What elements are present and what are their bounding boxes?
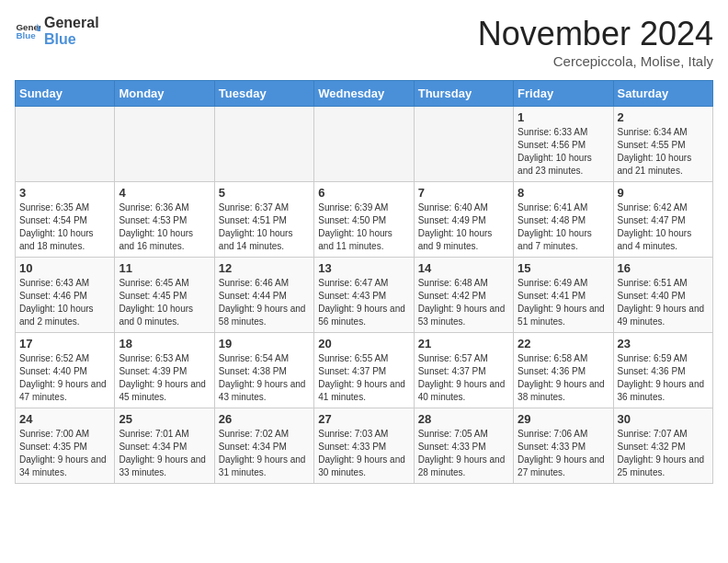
day-cell: 30Sunrise: 7:07 AM Sunset: 4:32 PM Dayli…	[613, 408, 712, 484]
day-number: 29	[518, 412, 609, 426]
day-info: Sunrise: 6:45 AM Sunset: 4:45 PM Dayligh…	[119, 277, 210, 328]
day-number: 5	[219, 186, 310, 200]
day-info: Sunrise: 6:35 AM Sunset: 4:54 PM Dayligh…	[19, 201, 110, 253]
day-info: Sunrise: 7:00 AM Sunset: 4:35 PM Dayligh…	[19, 428, 110, 479]
day-cell	[214, 107, 313, 182]
day-info: Sunrise: 6:48 AM Sunset: 4:42 PM Dayligh…	[418, 277, 509, 328]
day-info: Sunrise: 6:52 AM Sunset: 4:40 PM Dayligh…	[19, 352, 110, 404]
day-number: 8	[518, 186, 609, 200]
day-cell: 29Sunrise: 7:06 AM Sunset: 4:33 PM Dayli…	[514, 408, 613, 484]
day-number: 14	[418, 261, 509, 275]
week-row-5: 24Sunrise: 7:00 AM Sunset: 4:35 PM Dayli…	[16, 408, 713, 484]
day-info: Sunrise: 6:42 AM Sunset: 4:47 PM Dayligh…	[618, 201, 709, 253]
day-cell: 27Sunrise: 7:03 AM Sunset: 4:33 PM Dayli…	[314, 408, 414, 484]
weekday-header-tuesday: Tuesday	[214, 81, 313, 107]
day-cell: 1Sunrise: 6:33 AM Sunset: 4:56 PM Daylig…	[514, 107, 613, 182]
day-info: Sunrise: 7:06 AM Sunset: 4:33 PM Dayligh…	[518, 428, 609, 479]
day-number: 13	[318, 261, 409, 275]
day-number: 3	[19, 186, 110, 200]
day-cell: 3Sunrise: 6:35 AM Sunset: 4:54 PM Daylig…	[16, 182, 115, 258]
day-info: Sunrise: 6:49 AM Sunset: 4:41 PM Dayligh…	[518, 277, 609, 328]
day-number: 18	[119, 337, 210, 350]
day-number: 25	[119, 412, 210, 426]
calendar-table: SundayMondayTuesdayWednesdayThursdayFrid…	[15, 80, 713, 484]
day-cell: 25Sunrise: 7:01 AM Sunset: 4:34 PM Dayli…	[115, 408, 214, 484]
day-cell: 19Sunrise: 6:54 AM Sunset: 4:38 PM Dayli…	[214, 333, 313, 408]
logo-icon: General Blue	[15, 18, 40, 44]
weekday-header-friday: Friday	[514, 81, 613, 107]
day-cell: 18Sunrise: 6:53 AM Sunset: 4:39 PM Dayli…	[115, 333, 214, 408]
day-info: Sunrise: 6:43 AM Sunset: 4:46 PM Dayligh…	[19, 277, 110, 328]
day-info: Sunrise: 6:46 AM Sunset: 4:44 PM Dayligh…	[219, 277, 310, 328]
day-cell	[115, 107, 214, 182]
location: Cercepiccola, Molise, Italy	[478, 53, 713, 69]
logo: General Blue General Blue	[15, 15, 99, 47]
week-row-3: 10Sunrise: 6:43 AM Sunset: 4:46 PM Dayli…	[16, 258, 713, 333]
day-info: Sunrise: 7:01 AM Sunset: 4:34 PM Dayligh…	[119, 428, 210, 479]
day-number: 10	[19, 261, 110, 275]
day-cell	[314, 107, 414, 182]
day-number: 4	[119, 186, 210, 200]
day-cell: 4Sunrise: 6:36 AM Sunset: 4:53 PM Daylig…	[115, 182, 214, 258]
day-info: Sunrise: 6:34 AM Sunset: 4:55 PM Dayligh…	[618, 126, 709, 178]
day-info: Sunrise: 7:07 AM Sunset: 4:32 PM Dayligh…	[618, 428, 709, 479]
day-info: Sunrise: 6:53 AM Sunset: 4:39 PM Dayligh…	[119, 352, 210, 404]
day-cell: 10Sunrise: 6:43 AM Sunset: 4:46 PM Dayli…	[16, 258, 115, 333]
day-number: 19	[219, 337, 310, 350]
day-number: 15	[518, 261, 609, 275]
day-info: Sunrise: 6:39 AM Sunset: 4:50 PM Dayligh…	[318, 201, 409, 253]
day-cell: 24Sunrise: 7:00 AM Sunset: 4:35 PM Dayli…	[16, 408, 115, 484]
day-cell: 6Sunrise: 6:39 AM Sunset: 4:50 PM Daylig…	[314, 182, 414, 258]
day-info: Sunrise: 6:59 AM Sunset: 4:36 PM Dayligh…	[618, 352, 709, 404]
weekday-header-monday: Monday	[115, 81, 214, 107]
day-info: Sunrise: 6:54 AM Sunset: 4:38 PM Dayligh…	[219, 352, 310, 404]
day-number: 17	[19, 337, 110, 350]
day-cell: 22Sunrise: 6:58 AM Sunset: 4:36 PM Dayli…	[514, 333, 613, 408]
day-info: Sunrise: 6:37 AM Sunset: 4:51 PM Dayligh…	[219, 201, 310, 253]
day-info: Sunrise: 7:03 AM Sunset: 4:33 PM Dayligh…	[318, 428, 409, 479]
day-cell: 12Sunrise: 6:46 AM Sunset: 4:44 PM Dayli…	[214, 258, 313, 333]
weekday-header-wednesday: Wednesday	[314, 81, 414, 107]
day-cell: 2Sunrise: 6:34 AM Sunset: 4:55 PM Daylig…	[613, 107, 712, 182]
day-info: Sunrise: 6:41 AM Sunset: 4:48 PM Dayligh…	[518, 201, 609, 253]
weekday-header-saturday: Saturday	[613, 81, 712, 107]
day-number: 21	[418, 337, 509, 350]
day-cell: 8Sunrise: 6:41 AM Sunset: 4:48 PM Daylig…	[514, 182, 613, 258]
day-info: Sunrise: 6:47 AM Sunset: 4:43 PM Dayligh…	[318, 277, 409, 328]
day-cell	[414, 107, 513, 182]
day-number: 1	[518, 110, 609, 124]
day-number: 16	[618, 261, 709, 275]
day-number: 11	[119, 261, 210, 275]
title-block: November 2024 Cercepiccola, Molise, Ital…	[478, 15, 713, 69]
weekday-header-row: SundayMondayTuesdayWednesdayThursdayFrid…	[16, 81, 713, 107]
weekday-header-thursday: Thursday	[414, 81, 513, 107]
day-number: 7	[418, 186, 509, 200]
day-number: 28	[418, 412, 509, 426]
day-info: Sunrise: 6:40 AM Sunset: 4:49 PM Dayligh…	[418, 201, 509, 253]
day-info: Sunrise: 6:58 AM Sunset: 4:36 PM Dayligh…	[518, 352, 609, 404]
day-cell: 23Sunrise: 6:59 AM Sunset: 4:36 PM Dayli…	[613, 333, 712, 408]
day-number: 20	[318, 337, 409, 350]
day-info: Sunrise: 6:57 AM Sunset: 4:37 PM Dayligh…	[418, 352, 509, 404]
day-number: 6	[318, 186, 409, 200]
day-info: Sunrise: 6:36 AM Sunset: 4:53 PM Dayligh…	[119, 201, 210, 253]
day-cell: 16Sunrise: 6:51 AM Sunset: 4:40 PM Dayli…	[613, 258, 712, 333]
day-number: 30	[618, 412, 709, 426]
week-row-1: 1Sunrise: 6:33 AM Sunset: 4:56 PM Daylig…	[16, 107, 713, 182]
week-row-4: 17Sunrise: 6:52 AM Sunset: 4:40 PM Dayli…	[16, 333, 713, 408]
day-number: 22	[518, 337, 609, 350]
logo-blue-text: Blue	[44, 31, 99, 48]
month-title: November 2024	[478, 15, 713, 53]
day-cell: 17Sunrise: 6:52 AM Sunset: 4:40 PM Dayli…	[16, 333, 115, 408]
day-number: 2	[618, 110, 709, 124]
weekday-header-sunday: Sunday	[16, 81, 115, 107]
day-number: 12	[219, 261, 310, 275]
day-info: Sunrise: 6:55 AM Sunset: 4:37 PM Dayligh…	[318, 352, 409, 404]
day-info: Sunrise: 7:05 AM Sunset: 4:33 PM Dayligh…	[418, 428, 509, 479]
day-cell: 28Sunrise: 7:05 AM Sunset: 4:33 PM Dayli…	[414, 408, 513, 484]
logo-general-text: General	[44, 15, 99, 31]
day-number: 24	[19, 412, 110, 426]
svg-text:Blue: Blue	[16, 30, 36, 40]
day-cell: 13Sunrise: 6:47 AM Sunset: 4:43 PM Dayli…	[314, 258, 414, 333]
day-cell	[16, 107, 115, 182]
